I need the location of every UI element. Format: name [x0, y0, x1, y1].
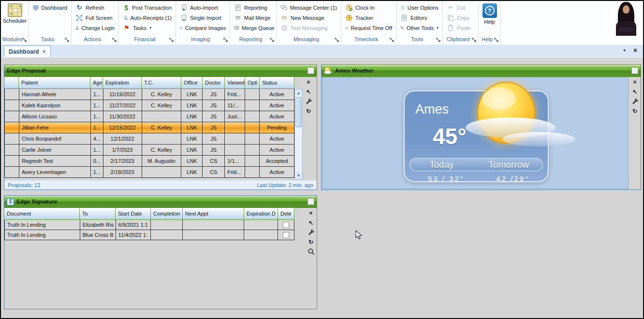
scroll-up-icon[interactable]: ▲: [295, 89, 302, 97]
table-cell[interactable]: LNK: [181, 156, 203, 166]
table-cell[interactable]: C. Kelley: [142, 100, 182, 111]
dialog-launcher-icon[interactable]: [65, 38, 70, 43]
table-cell[interactable]: 11/27/2022: [103, 100, 142, 111]
table-cell[interactable]: 0...: [91, 156, 103, 166]
table-cell[interactable]: [278, 230, 294, 240]
table-cell[interactable]: Active: [260, 111, 294, 122]
table-cell[interactable]: 6/9/2021 1:1: [116, 220, 151, 230]
pin-arrow-icon[interactable]: ↖: [307, 219, 315, 226]
table-row[interactable]: Hannah Alhele1...11/19/2022C. KelleyLNKJ…: [4, 89, 294, 100]
ames-weather-header[interactable]: Ames Weather: [322, 65, 641, 77]
table-cell[interactable]: Avery Levenhagen: [19, 167, 91, 177]
other-tools-button[interactable]: Other Tools ▾: [399, 23, 440, 33]
column-header[interactable]: Start Date: [116, 208, 151, 219]
dialog-launcher-icon[interactable]: [22, 38, 27, 43]
column-header[interactable]: Status: [260, 77, 294, 88]
table-row[interactable]: Avery Levenhagen1...2/18/2023LNKCSFrid..…: [4, 167, 294, 178]
column-header[interactable]: Opti: [245, 77, 260, 88]
table-cell[interactable]: 1...: [91, 167, 103, 177]
table-cell[interactable]: Pending: [260, 122, 294, 133]
delete-checkbox[interactable]: [283, 232, 289, 238]
dialog-launcher-icon[interactable]: [472, 38, 477, 43]
table-cell[interactable]: [245, 156, 260, 166]
refresh-icon[interactable]: ↻: [307, 238, 315, 246]
table-cell[interactable]: CS: [203, 156, 225, 166]
table-cell[interactable]: [142, 167, 182, 177]
table-cell[interactable]: Allison Licsaso: [19, 111, 91, 122]
table-cell[interactable]: [244, 230, 278, 240]
table-cell[interactable]: LNK: [181, 167, 203, 177]
dialog-launcher-icon[interactable]: [390, 38, 395, 43]
column-header[interactable]: Document: [4, 208, 80, 219]
close-icon[interactable]: ×: [305, 78, 312, 86]
table-cell[interactable]: JS: [203, 100, 225, 111]
table-cell[interactable]: Hannah Alhele: [19, 89, 91, 100]
column-header[interactable]: Office: [181, 77, 203, 88]
dialog-launcher-icon[interactable]: [436, 38, 441, 43]
table-cell[interactable]: 1...: [91, 100, 103, 111]
table-cell[interactable]: [151, 230, 183, 240]
pin-arrow-icon[interactable]: ↖: [305, 88, 312, 95]
scroll-down-icon[interactable]: ▼: [295, 172, 302, 179]
dashboard-button[interactable]: Dashboard: [31, 2, 69, 13]
table-cell[interactable]: Truth In Lending: [5, 220, 80, 230]
table-cell[interactable]: [5, 122, 19, 133]
magnifier-icon[interactable]: [307, 248, 315, 255]
table-cell[interactable]: 1/1...: [225, 156, 245, 166]
table-row[interactable]: Allison Licsaso1...11/30/2022LNKJSJust..…: [4, 111, 294, 122]
column-header[interactable]: [4, 77, 19, 88]
table-cell[interactable]: 1...: [91, 145, 103, 155]
table-cell[interactable]: [183, 230, 244, 240]
refresh-button[interactable]: ↻ Refresh: [74, 2, 116, 13]
table-cell[interactable]: [5, 133, 19, 144]
table-cell[interactable]: Active: [260, 100, 294, 111]
table-cell[interactable]: Kaleb Kasrolyon: [19, 100, 91, 111]
tasks-dropdown-button[interactable]: ⚑ Tasks ▾: [121, 23, 173, 33]
user-options-button[interactable]: User Options: [399, 2, 440, 13]
compare-images-button[interactable]: Compare Images: [178, 23, 227, 33]
request-time-off-button[interactable]: Request Time Off: [344, 23, 394, 33]
column-header[interactable]: Patient: [19, 77, 90, 88]
column-header[interactable]: Completion: [151, 208, 183, 219]
table-cell[interactable]: 11/30/2022: [103, 111, 142, 122]
table-cell[interactable]: [244, 220, 278, 230]
table-cell[interactable]: JS: [203, 145, 225, 155]
tab-close-icon[interactable]: ×: [43, 48, 46, 55]
table-cell[interactable]: 1/7/2023: [103, 145, 142, 155]
clock-in-button[interactable]: Clock In: [344, 2, 394, 13]
editors-button[interactable]: Editors: [399, 13, 440, 23]
table-cell[interactable]: C. Kelley: [142, 122, 182, 133]
table-row[interactable]: Chris Bonpandof4...12/1/2022LNKJSActive: [4, 133, 294, 145]
table-cell[interactable]: LNK: [181, 133, 203, 144]
table-cell[interactable]: Frid...: [225, 89, 245, 100]
table-cell[interactable]: 11/19/2022: [103, 89, 142, 100]
table-cell[interactable]: [245, 89, 260, 100]
auto-receipts-button[interactable]: Auto-Receipts (1): [121, 13, 173, 23]
table-cell[interactable]: [245, 167, 260, 177]
help-button[interactable]: ? Help: [481, 2, 498, 26]
wrench-icon[interactable]: [305, 98, 312, 105]
table-row[interactable]: Jillian Fehe1...12/15/2022C. KelleyLNKJS…: [4, 122, 294, 133]
column-header[interactable]: Doctor: [203, 77, 225, 88]
delete-checkbox[interactable]: [283, 222, 289, 228]
table-cell[interactable]: [245, 145, 260, 155]
table-cell[interactable]: [278, 220, 294, 230]
table-cell[interactable]: JS: [203, 111, 225, 122]
message-center-button[interactable]: Message Center (1): [279, 2, 338, 13]
table-cell[interactable]: 2/17/2023: [103, 156, 142, 166]
close-icon[interactable]: ×: [307, 209, 315, 217]
column-header[interactable]: Age: [90, 77, 103, 88]
table-cell[interactable]: [5, 156, 19, 166]
table-cell[interactable]: [225, 145, 245, 155]
table-cell[interactable]: Blue Cross B: [80, 230, 116, 240]
single-import-button[interactable]: Single Import: [178, 13, 227, 23]
table-cell[interactable]: [225, 133, 245, 144]
dialog-launcher-icon[interactable]: [223, 38, 228, 43]
table-cell[interactable]: C. Kelley: [142, 89, 182, 100]
table-cell[interactable]: JS: [203, 89, 225, 100]
table-cell[interactable]: [142, 133, 182, 144]
table-cell[interactable]: CS: [203, 167, 225, 177]
table-cell[interactable]: Regresh Test: [19, 156, 91, 166]
panel-maximize-button[interactable]: [307, 67, 314, 74]
table-cell[interactable]: [245, 122, 260, 133]
